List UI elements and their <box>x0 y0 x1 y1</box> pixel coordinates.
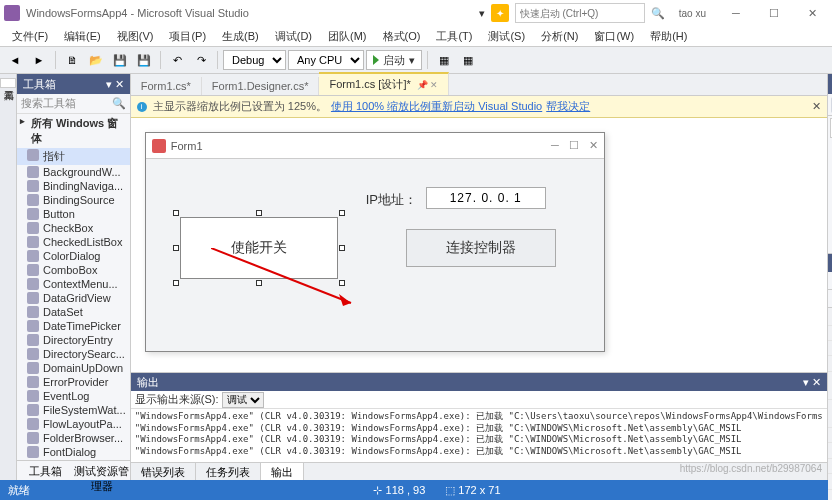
toolbox-item[interactable]: ColorDialog <box>17 249 130 263</box>
menu-item[interactable]: 文件(F) <box>6 27 54 46</box>
prop-row[interactable]: TabIndex1 <box>828 490 832 500</box>
menu-item[interactable]: 工具(T) <box>430 27 478 46</box>
prop-row[interactable]: ModifiersPrivate <box>828 428 832 443</box>
toolbox-item[interactable]: DomainUpDown <box>17 361 130 375</box>
toolbox-item[interactable]: GroupBox <box>17 459 130 460</box>
document-tab[interactable]: Form1.cs [设计]*📌 ✕ <box>319 72 449 95</box>
toolbox-item[interactable]: ContextMenu... <box>17 277 130 291</box>
feedback-icon[interactable]: ✦ <box>491 4 509 22</box>
close-button[interactable]: ✕ <box>796 3 828 23</box>
ip-field[interactable]: 127. 0. 0. 1 <box>426 187 546 209</box>
bottom-tab[interactable]: 输出 <box>261 463 304 480</box>
prop-row[interactable]: ⊞ MinimumSize0, 0 <box>828 400 832 428</box>
toolbox-item[interactable]: FlowLayoutPa... <box>17 417 130 431</box>
status-size: ⬚ 172 x 71 <box>445 484 500 497</box>
prop-row[interactable]: ⊞ MaximumSize0, 0 <box>828 372 832 400</box>
form-min-icon[interactable]: ─ <box>551 139 559 152</box>
notification-icon[interactable]: ▾ <box>479 7 485 20</box>
toolbox-item[interactable]: ErrorProvider <box>17 375 130 389</box>
connect-button[interactable]: 连接控制器 <box>406 229 556 267</box>
infobar-close-icon[interactable]: ✕ <box>812 100 821 113</box>
menu-item[interactable]: 调试(D) <box>269 27 318 46</box>
panel-controls[interactable]: ▾ ✕ <box>106 78 124 91</box>
drive-switch-control[interactable]: 使能开关 <box>180 217 338 279</box>
menu-item[interactable]: 窗口(W) <box>588 27 640 46</box>
bottom-tab[interactable]: 错误列表 <box>131 463 196 480</box>
menu-item[interactable]: 生成(B) <box>216 27 265 46</box>
menu-item[interactable]: 编辑(E) <box>58 27 107 46</box>
output-text[interactable]: "WindowsFormsApp4.exe" (CLR v4.0.30319: … <box>131 409 827 462</box>
props-toolbar[interactable] <box>828 290 832 308</box>
toolbox-item[interactable]: 指针 <box>17 148 130 165</box>
config-select[interactable]: Debug <box>223 50 286 70</box>
search-icon[interactable]: 🔍 <box>651 7 665 20</box>
menu-item[interactable]: 团队(M) <box>322 27 373 46</box>
test-explorer-tab[interactable]: 测试资源管理器 <box>73 461 129 480</box>
start-button[interactable]: 启动 ▾ <box>366 50 422 70</box>
toolbox-tab-footer[interactable]: 工具箱 <box>17 461 73 480</box>
open-icon[interactable]: 📂 <box>85 49 107 71</box>
prop-row[interactable]: RightToLeftNo <box>828 459 832 474</box>
prop-row[interactable]: LockedFalse <box>828 341 832 356</box>
document-tab[interactable]: Form1.cs* <box>131 77 202 95</box>
output-panel: 输出▾ ✕ 显示输出来源(S): 调试 "WindowsFormsApp4.ex… <box>131 372 827 462</box>
toolbox-item[interactable]: Button <box>17 207 130 221</box>
user-name[interactable]: tao xu <box>679 8 706 19</box>
toolbox-search[interactable]: 搜索工具箱🔍 <box>17 94 130 114</box>
toolbox-tab[interactable]: 工具箱 <box>0 78 16 88</box>
props-selection[interactable]: drive_switch System.Windows.Forms.I <box>828 272 832 290</box>
nav-back-icon[interactable]: ◄ <box>4 49 26 71</box>
align-icon[interactable]: ▦ <box>433 49 455 71</box>
undo-icon[interactable]: ↶ <box>166 49 188 71</box>
prop-row[interactable]: ⊞ Padding0, 0, 0, 0 <box>828 443 832 459</box>
toolbox-item[interactable]: DirectoryEntry <box>17 333 130 347</box>
solex-toolbar[interactable] <box>828 94 832 116</box>
menu-item[interactable]: 帮助(H) <box>644 27 693 46</box>
save-icon[interactable]: 💾 <box>109 49 131 71</box>
menu-item[interactable]: 分析(N) <box>535 27 584 46</box>
nav-fwd-icon[interactable]: ► <box>28 49 50 71</box>
bottom-tab[interactable]: 任务列表 <box>196 463 261 480</box>
align-icon[interactable]: ▦ <box>457 49 479 71</box>
toolbox-item[interactable]: CheckBox <box>17 221 130 235</box>
form-max-icon[interactable]: ☐ <box>569 139 579 152</box>
toolbox-item[interactable]: DataGridView <box>17 291 130 305</box>
menu-item[interactable]: 视图(V) <box>111 27 160 46</box>
toolbox-item[interactable]: BindingSource <box>17 193 130 207</box>
toolbox-group[interactable]: 所有 Windows 窗体 <box>17 114 130 148</box>
document-tab[interactable]: Form1.Designer.cs* <box>202 77 320 95</box>
form-close-icon[interactable]: ✕ <box>589 139 598 152</box>
toolbox-item[interactable]: ComboBox <box>17 263 130 277</box>
minimize-button[interactable]: ─ <box>720 3 752 23</box>
help-link[interactable]: 帮我决定 <box>546 99 590 114</box>
left-vertical-tab[interactable]: 工具箱 <box>0 74 17 480</box>
save-all-icon[interactable]: 💾 <box>133 49 155 71</box>
maximize-button[interactable]: ☐ <box>758 3 790 23</box>
menu-item[interactable]: 测试(S) <box>482 27 531 46</box>
toolbox-item[interactable]: FileSystemWat... <box>17 403 130 417</box>
quick-launch-input[interactable] <box>515 3 645 23</box>
toolbox-item[interactable]: EventLog <box>17 389 130 403</box>
toolbox-item[interactable]: CheckedListBox <box>17 235 130 249</box>
toolbox-item[interactable]: FolderBrowser... <box>17 431 130 445</box>
form-window[interactable]: Form1 ─☐✕ 使能开关 IP地址： 127. 0. 0. 1 连接控制器 <box>145 132 605 352</box>
prop-row[interactable]: Location118, 93 <box>828 326 832 341</box>
restart-link[interactable]: 使用 100% 缩放比例重新启动 Visual Studio <box>331 99 542 114</box>
toolbox-item[interactable]: DateTimePicker <box>17 319 130 333</box>
menu-item[interactable]: 格式(O) <box>377 27 427 46</box>
prop-row[interactable]: ImageList(无) <box>828 308 832 326</box>
prop-row[interactable]: ⊞ Size172, 71 <box>828 474 832 490</box>
output-source-select[interactable]: 调试 <box>222 392 264 408</box>
redo-icon[interactable]: ↷ <box>190 49 212 71</box>
prop-row[interactable]: ⊞ Margin3, 3, 3, 3 <box>828 356 832 372</box>
form-designer[interactable]: Form1 ─☐✕ 使能开关 IP地址： 127. 0. 0. 1 连接控制器 <box>131 118 827 372</box>
platform-select[interactable]: Any CPU <box>288 50 364 70</box>
menu-item[interactable]: 项目(P) <box>163 27 212 46</box>
toolbox-item[interactable]: BackgroundW... <box>17 165 130 179</box>
toolbox-item[interactable]: BindingNaviga... <box>17 179 130 193</box>
panel-controls[interactable]: ▾ ✕ <box>803 376 821 389</box>
toolbox-item[interactable]: FontDialog <box>17 445 130 459</box>
toolbox-item[interactable]: DirectorySearc... <box>17 347 130 361</box>
toolbox-item[interactable]: DataSet <box>17 305 130 319</box>
new-icon[interactable]: 🗎 <box>61 49 83 71</box>
